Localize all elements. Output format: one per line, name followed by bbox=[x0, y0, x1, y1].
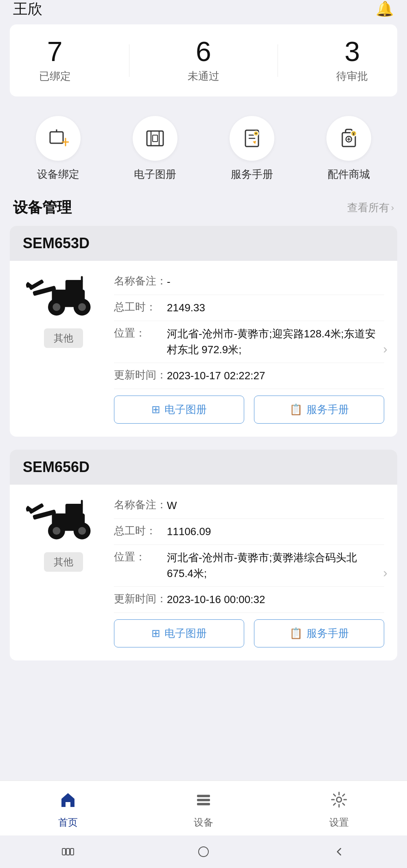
info-val-hours-2: 11106.09 bbox=[167, 524, 384, 540]
device-image-section-2: 其他 bbox=[23, 493, 104, 647]
manual-icon-2: 📋 bbox=[289, 627, 302, 640]
info-val-hours-1: 2149.33 bbox=[167, 300, 384, 316]
device-info-row-update-2: 更新时间： 2023-10-16 00:00:32 bbox=[114, 587, 384, 613]
system-nav-bar bbox=[0, 835, 407, 868]
device-info-1: 名称备注： - 总工时： 2149.33 位置： 河北省-沧州市-黄骅市;迎宾路… bbox=[114, 269, 384, 424]
info-val-location-1: 河北省-沧州市-黄骅市;迎宾路128.4米;东道安村东北 972.9米; bbox=[167, 326, 384, 358]
device-card-body-1[interactable]: 其他 名称备注： - 总工时： 2149.33 位置： 河北省-沧州市-黄骅市;… bbox=[10, 261, 397, 437]
device-info-row-location-2: 位置： 河北省-沧州市-黄骅市;黄骅港综合码头北 675.4米; bbox=[114, 545, 384, 587]
stat-failed-label: 未通过 bbox=[188, 69, 219, 83]
svg-rect-7 bbox=[153, 135, 158, 142]
sys-nav-home[interactable] bbox=[187, 844, 220, 860]
svg-point-45 bbox=[199, 847, 208, 857]
device-silhouette-1 bbox=[25, 271, 102, 320]
svg-point-25 bbox=[53, 303, 60, 311]
svg-rect-39 bbox=[197, 799, 210, 801]
device-image-1 bbox=[23, 269, 104, 322]
device-manual-label-2: 服务手册 bbox=[306, 626, 349, 641]
stat-bound[interactable]: 7 已绑定 bbox=[39, 37, 71, 83]
electronic-album-icon-circle bbox=[133, 116, 177, 161]
action-parts-shop[interactable]: ¥ 配件商城 bbox=[326, 116, 371, 181]
action-device-bind[interactable]: 设备绑定 bbox=[36, 116, 81, 181]
info-key-update-2: 更新时间： bbox=[114, 592, 167, 606]
svg-rect-28 bbox=[81, 276, 83, 282]
svg-point-36 bbox=[78, 527, 86, 535]
nav-home-label: 首页 bbox=[58, 816, 78, 829]
device-info-row-hours-2: 总工时： 11106.09 bbox=[114, 519, 384, 545]
svg-rect-0 bbox=[50, 132, 63, 143]
device-bind-icon-circle bbox=[36, 116, 81, 161]
device-info-row-update-1: 更新时间： 2023-10-17 02:22:27 bbox=[114, 363, 384, 389]
device-album-btn-1[interactable]: ⊞ 电子图册 bbox=[114, 396, 244, 424]
action-parts-shop-label: 配件商城 bbox=[328, 167, 370, 181]
device-manual-label-1: 服务手册 bbox=[306, 402, 349, 417]
info-key-location-1: 位置： bbox=[114, 326, 167, 340]
manual-icon-1: 📋 bbox=[289, 403, 302, 416]
stat-pending-number: 3 bbox=[344, 37, 360, 65]
info-val-name-1: - bbox=[167, 274, 384, 290]
device-card-header-2: SEM656D bbox=[10, 450, 397, 485]
device-icon bbox=[195, 791, 212, 813]
parts-shop-icon: ¥ bbox=[338, 128, 359, 149]
svg-rect-4 bbox=[147, 131, 163, 146]
svg-rect-38 bbox=[197, 795, 210, 797]
info-key-hours-2: 总工时： bbox=[114, 524, 167, 538]
stat-pending[interactable]: 3 待审批 bbox=[336, 37, 368, 83]
svg-point-34 bbox=[53, 527, 60, 535]
nav-settings-label: 设置 bbox=[329, 816, 349, 829]
svg-rect-43 bbox=[66, 848, 70, 855]
action-service-manual[interactable]: 服务手册 bbox=[230, 116, 274, 181]
device-silhouette-2 bbox=[25, 495, 102, 544]
info-val-name-2: W bbox=[167, 498, 384, 514]
device-management-header: 设备管理 查看所有 › bbox=[0, 195, 407, 226]
view-all-chevron-icon: › bbox=[391, 203, 394, 213]
device-card-body-2[interactable]: 其他 名称备注： W 总工时： 11106.09 位置： 河北省-沧州市-黄骅市… bbox=[10, 485, 397, 660]
svg-rect-37 bbox=[81, 500, 83, 506]
parts-shop-icon-circle: ¥ bbox=[326, 116, 371, 161]
stat-failed-number: 6 bbox=[196, 37, 211, 65]
info-val-update-1: 2023-10-17 02:22:27 bbox=[167, 368, 384, 384]
svg-point-27 bbox=[78, 303, 86, 311]
action-device-bind-label: 设备绑定 bbox=[37, 167, 79, 181]
device-tag-1: 其他 bbox=[44, 328, 83, 348]
nav-settings[interactable]: 设置 bbox=[329, 791, 349, 829]
svg-rect-30 bbox=[66, 504, 83, 517]
device-actions-1: ⊞ 电子图册 📋 服务手册 bbox=[114, 396, 384, 424]
action-electronic-album[interactable]: 电子图册 bbox=[133, 116, 177, 181]
album-icon-2: ⊞ bbox=[151, 627, 160, 640]
device-image-section-1: 其他 bbox=[23, 269, 104, 424]
info-key-name-1: 名称备注： bbox=[114, 274, 167, 288]
info-key-hours-1: 总工时： bbox=[114, 300, 167, 314]
nav-device-label: 设备 bbox=[194, 816, 213, 829]
device-model-2: SEM656D bbox=[23, 459, 90, 475]
action-electronic-album-label: 电子图册 bbox=[134, 167, 176, 181]
device-manual-btn-1[interactable]: 📋 服务手册 bbox=[254, 396, 384, 424]
svg-point-41 bbox=[337, 797, 341, 802]
stat-failed[interactable]: 6 未通过 bbox=[188, 37, 219, 83]
svg-rect-21 bbox=[66, 280, 83, 293]
device-manual-btn-2[interactable]: 📋 服务手册 bbox=[254, 619, 384, 647]
device-info-row-hours-1: 总工时： 2149.33 bbox=[114, 295, 384, 321]
device-card-sem653d: SEM653D bbox=[10, 226, 397, 437]
device-image-2 bbox=[23, 493, 104, 546]
card-chevron-1: › bbox=[383, 341, 387, 356]
notification-bell-icon[interactable]: 🔔 bbox=[376, 0, 394, 17]
svg-rect-44 bbox=[70, 848, 74, 855]
device-album-btn-2[interactable]: ⊞ 电子图册 bbox=[114, 619, 244, 647]
device-bind-icon bbox=[48, 128, 69, 149]
info-val-update-2: 2023-10-16 00:00:32 bbox=[167, 592, 384, 608]
view-all-button[interactable]: 查看所有 › bbox=[347, 201, 394, 215]
info-key-name-2: 名称备注： bbox=[114, 498, 167, 512]
device-management-title: 设备管理 bbox=[13, 198, 72, 218]
sys-nav-recent[interactable] bbox=[52, 844, 84, 860]
device-album-label-2: 电子图册 bbox=[164, 626, 207, 641]
stat-divider-1 bbox=[129, 44, 129, 77]
device-card-sem656d: SEM656D bbox=[10, 450, 397, 660]
stat-bound-label: 已绑定 bbox=[39, 69, 71, 83]
service-manual-icon bbox=[241, 128, 263, 149]
nav-home[interactable]: 首页 bbox=[58, 791, 78, 829]
nav-device[interactable]: 设备 bbox=[194, 791, 213, 829]
sys-nav-back[interactable] bbox=[323, 844, 355, 860]
device-tag-2: 其他 bbox=[44, 552, 83, 572]
device-card-header-1: SEM653D bbox=[10, 226, 397, 261]
